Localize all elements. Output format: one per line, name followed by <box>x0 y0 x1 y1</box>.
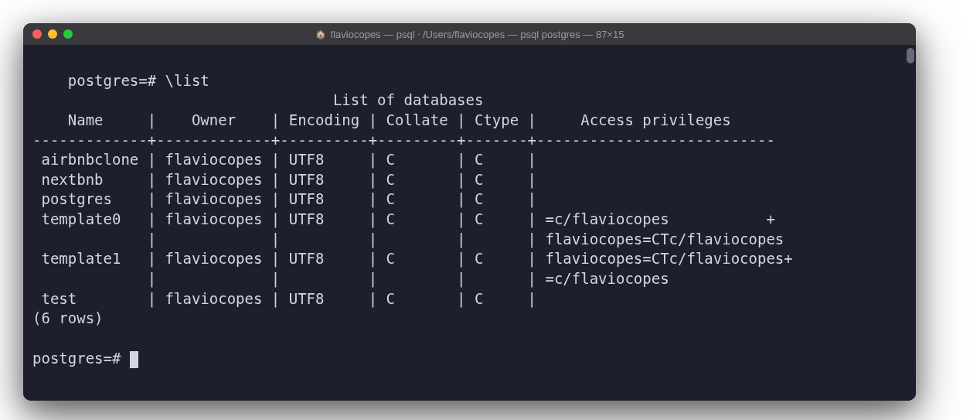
table-row: | | | | | flaviocopes=CTc/flaviocopes <box>32 230 784 248</box>
titlebar[interactable]: 🏠 flaviocopes — psql ᐧ /Users/flaviocope… <box>23 23 916 45</box>
maximize-icon[interactable] <box>63 29 73 39</box>
window-title: 🏠 flaviocopes — psql ᐧ /Users/flaviocope… <box>315 29 624 40</box>
home-icon: 🏠 <box>315 29 326 39</box>
cursor-icon <box>130 351 138 368</box>
command-text: \list <box>165 72 209 89</box>
terminal-window: 🏠 flaviocopes — psql ᐧ /Users/flaviocope… <box>23 23 916 401</box>
table-row: test | flaviocopes | UTF8 | C | C | <box>32 290 545 307</box>
prompt: postgres=# <box>32 350 130 367</box>
table-row: airbnbclone | flaviocopes | UTF8 | C | C… <box>32 151 545 168</box>
table-divider: -------------+-------------+----------+-… <box>32 131 775 149</box>
minimize-icon[interactable] <box>48 29 57 39</box>
close-icon[interactable] <box>32 29 42 39</box>
table-title: List of databases <box>32 91 483 108</box>
table-row: template1 | flaviocopes | UTF8 | C | C |… <box>32 250 793 267</box>
table-header: Name | Owner | Encoding | Collate | Ctyp… <box>32 111 775 128</box>
terminal-body[interactable]: postgres=# \list List of databases Name … <box>23 45 916 401</box>
window-title-text: flaviocopes — psql ᐧ /Users/flaviocopes … <box>331 29 624 40</box>
table-row: | | | | | =c/flaviocopes <box>32 270 669 287</box>
traffic-lights <box>32 29 73 39</box>
scrollbar-thumb[interactable] <box>907 48 914 63</box>
table-row: nextbnb | flaviocopes | UTF8 | C | C | <box>32 171 545 188</box>
row-count: (6 rows) <box>32 309 104 326</box>
prompt: postgres=# <box>68 72 156 89</box>
table-row: postgres | flaviocopes | UTF8 | C | C | <box>32 190 545 207</box>
table-row: template0 | flaviocopes | UTF8 | C | C |… <box>32 210 775 227</box>
